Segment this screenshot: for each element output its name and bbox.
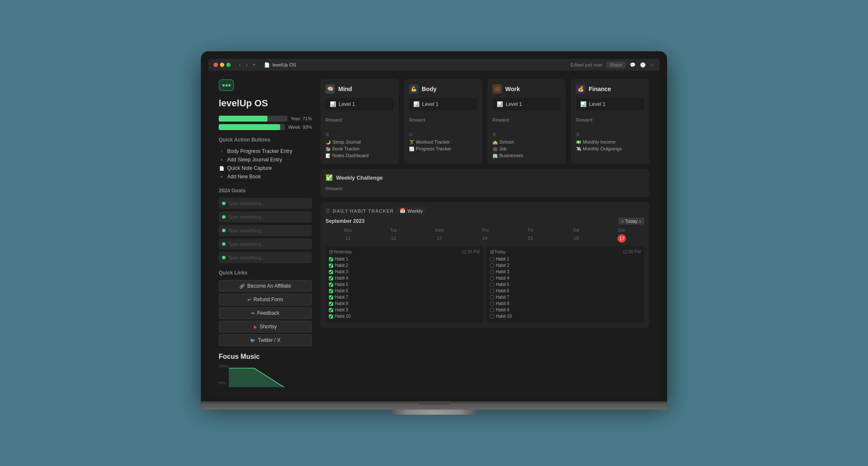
body-sub-progress[interactable]: 📈 Progress Tracker	[409, 145, 477, 152]
finance-level-card[interactable]: 📊 Level 1	[576, 98, 644, 111]
link-feedback[interactable]: ✏ Feedback	[219, 307, 312, 319]
habit-y-3[interactable]: ✓ Habit 3	[329, 269, 480, 275]
quick-action-sleep-journal[interactable]: + Add Sleep Journal Entry	[219, 155, 312, 164]
habit-y-2[interactable]: ✓ Habit 2	[329, 262, 480, 269]
habit-y-7-checkbox[interactable]: ✓	[329, 295, 333, 300]
habit-t-3[interactable]: Habit 3	[490, 269, 641, 275]
body-level-card[interactable]: 📊 Level 1	[409, 98, 477, 111]
link-affiliate[interactable]: 🔗 Become An Affiliate	[219, 280, 312, 292]
habit-y-1-checkbox[interactable]: ✓	[329, 257, 333, 261]
prev-arrow[interactable]: ‹	[622, 219, 623, 224]
nav-plus[interactable]: +	[251, 61, 257, 69]
work-sub-school[interactable]: 🏫 School	[492, 139, 561, 145]
comment-icon[interactable]: 💬	[630, 62, 636, 68]
habit-y-4[interactable]: ✓ Habit 4	[329, 275, 480, 281]
mind-level-card[interactable]: 📊 Level 1	[326, 98, 394, 111]
date-15: 15	[508, 234, 553, 243]
habit-t-10-checkbox[interactable]	[490, 314, 494, 319]
mind-sub-notes[interactable]: 📝 Notes Dashboard	[326, 152, 394, 159]
date-16: 16	[554, 234, 599, 243]
habit-y-4-checkbox[interactable]: ✓	[329, 276, 333, 280]
mind-sub-book[interactable]: 📚 Book Tracker	[326, 145, 394, 152]
habit-t-3-checkbox[interactable]	[490, 270, 494, 274]
goal-item-2[interactable]: Type something...	[219, 211, 312, 222]
affiliate-label: Become An Affiliate	[247, 283, 291, 289]
sleep-icon: 🌙	[326, 140, 331, 144]
habit-y-10-checkbox[interactable]: ✓	[329, 314, 333, 319]
close-button[interactable]	[214, 63, 218, 67]
habit-y-9[interactable]: ✓ Habit 9	[329, 307, 480, 313]
book-tracker-label: Book Tracker	[332, 146, 360, 151]
next-arrow[interactable]: ›	[639, 219, 641, 224]
monthly-income-label: Monthly Income	[583, 139, 616, 144]
habit-t-9-checkbox[interactable]	[490, 308, 494, 312]
goal-item-1[interactable]: Type something...	[219, 198, 312, 209]
sleep-journal-label: Add Sleep Journal Entry	[227, 157, 282, 163]
goal-item-4[interactable]: Type something...	[219, 239, 312, 250]
habit-t-1[interactable]: Habit 1	[490, 256, 641, 262]
link-shortsy[interactable]: ▶ Shortsy	[219, 321, 312, 333]
quick-action-book[interactable]: + Add New Book	[219, 172, 312, 181]
habit-t-2[interactable]: Habit 2	[490, 262, 641, 269]
habit-t-8[interactable]: Habit 8	[490, 300, 641, 307]
habit-y-7[interactable]: ✓ Habit 7	[329, 294, 480, 300]
share-button[interactable]: Share	[606, 61, 626, 68]
habit-y-6[interactable]: ✓ Habit 6	[329, 288, 480, 294]
link-refund[interactable]: ↩ Refund Form	[219, 294, 312, 305]
goal-item-5[interactable]: Type something...	[219, 252, 312, 263]
link-twitter[interactable]: 🐦 Twitter / X	[219, 334, 312, 346]
habit-y-1[interactable]: ✓ Habit 1	[329, 256, 480, 262]
habit-t-6[interactable]: Habit 6	[490, 288, 641, 294]
habit-t-5[interactable]: Habit 5	[490, 281, 641, 288]
quick-action-body-progress[interactable]: ↑ Body Progress Tracker Entry	[219, 147, 312, 155]
weekly-view-toggle[interactable]: 📅 Weekly	[396, 207, 426, 214]
habit-y-8[interactable]: ✓ Habit 8	[329, 300, 480, 307]
outgoings-icon: 💸	[576, 147, 581, 151]
habit-t-9[interactable]: Habit 9	[490, 307, 641, 313]
habit-t-8-checkbox[interactable]	[490, 302, 494, 306]
habit-t-4[interactable]: Habit 4	[490, 275, 641, 281]
habit-y-9-checkbox[interactable]: ✓	[329, 308, 333, 312]
habit-t-10[interactable]: Habit 10	[490, 313, 641, 319]
maximize-button[interactable]	[226, 63, 231, 67]
nav-back[interactable]: ‹	[237, 61, 242, 69]
today-button[interactable]: ‹ Today ›	[618, 218, 644, 225]
habit-t-5-checkbox[interactable]	[490, 283, 494, 287]
mind-sub-sleep[interactable]: 🌙 Sleep Journal	[326, 139, 394, 145]
habit-t-1-checkbox[interactable]	[490, 257, 494, 261]
finance-sub-outgoings[interactable]: 💸 Monthly Outgoings	[576, 145, 644, 152]
habit-y-6-checkbox[interactable]: ✓	[329, 289, 333, 293]
habit-t-7-checkbox[interactable]	[490, 295, 494, 300]
mind-level-icon: 📊	[330, 101, 336, 107]
nav-forward[interactable]: ›	[244, 61, 249, 69]
week-progress-bar	[219, 124, 285, 130]
habit-y-3-checkbox[interactable]: ✓	[329, 270, 333, 274]
year-progress-bar	[219, 116, 287, 122]
habit-y-5-checkbox[interactable]: ✓	[329, 283, 333, 287]
habit-y-8-checkbox[interactable]: ✓	[329, 302, 333, 306]
body-reward: Reward:	[409, 114, 477, 125]
goal-item-3[interactable]: Type something...	[219, 225, 312, 236]
habit-tracker-card: ☰ DAILY HABIT TRACKER 📅 Weekly September…	[320, 202, 649, 328]
minimize-button[interactable]	[220, 63, 224, 67]
habit-t-4-checkbox[interactable]	[490, 276, 494, 280]
work-sub-job[interactable]: 💼 Job	[492, 145, 561, 152]
habit-y-10[interactable]: ✓ Habit 10	[329, 313, 480, 319]
work-sub-businesses[interactable]: 🏢 Businesses	[492, 152, 561, 159]
body-sub-workout[interactable]: 🏋 Workout Tracker	[409, 139, 477, 145]
star-icon[interactable]: ☆	[650, 62, 654, 68]
habit-t-6-checkbox[interactable]	[490, 289, 494, 293]
work-list-icon: ☰	[492, 132, 496, 137]
habit-t-2-checkbox[interactable]	[490, 264, 494, 268]
habit-y-5[interactable]: ✓ Habit 5	[329, 281, 480, 288]
work-level-card[interactable]: 📊 Level 1	[492, 98, 561, 111]
finance-title: Finance	[589, 86, 611, 92]
work-sub-items: ☰ 🏫 School 💼 Job	[492, 128, 561, 159]
habit-t-7[interactable]: Habit 7	[490, 294, 641, 300]
habit-y-2-checkbox[interactable]: ✓	[329, 264, 333, 268]
finance-sub-income[interactable]: 💵 Monthly Income	[576, 139, 644, 145]
titlebar-right: Edited just now Share 💬 🕐 ☆	[570, 61, 654, 68]
sidebar: levelUp OS Year: 71% Week:	[219, 79, 320, 389]
date-17-today: 17	[618, 234, 626, 243]
quick-action-note[interactable]: 📄 Quick Note Capture	[219, 164, 312, 172]
